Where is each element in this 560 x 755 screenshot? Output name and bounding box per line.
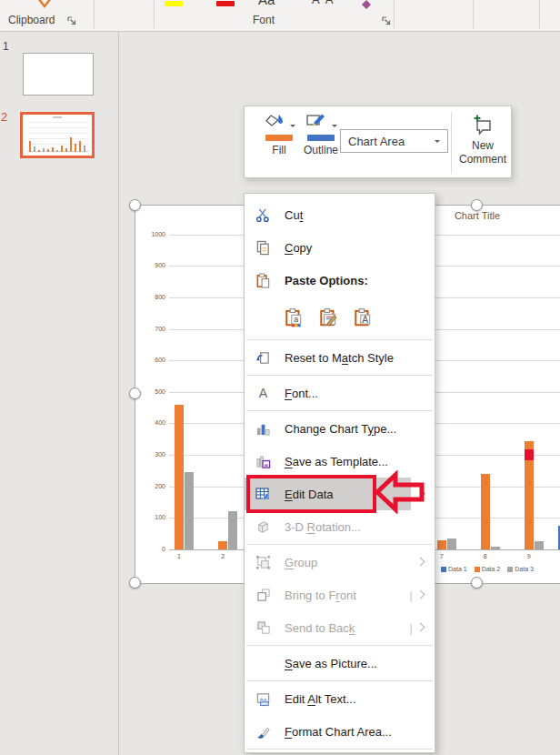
- 3d-rotation-icon: [254, 518, 272, 536]
- paste-options-icon: [254, 271, 272, 289]
- menu-item-paste-options[interactable]: Paste Options:: [245, 264, 435, 297]
- fill-dropdown-caret[interactable]: [290, 125, 295, 130]
- y-tick-label: 900: [135, 262, 165, 268]
- paste-options-row: aA: [245, 297, 435, 338]
- chart-resize-handle-mid-left[interactable]: [129, 388, 141, 399]
- menu-item-label: Change Chart Type...: [285, 422, 396, 436]
- ribbon-separator: [473, 0, 474, 28]
- menu-item-label: Group: [285, 556, 317, 569]
- svg-text:a: a: [294, 315, 298, 324]
- new-comment-label-line2: Comment: [459, 153, 506, 166]
- submenu-split-divider: |: [410, 589, 413, 602]
- thumb-bar: [34, 146, 35, 152]
- new-comment-icon: [472, 114, 494, 136]
- legend-swatch: [441, 567, 446, 572]
- legend-key-data1: Data 1: [441, 566, 467, 572]
- outline-button[interactable]: Outline: [301, 112, 341, 156]
- new-comment-button[interactable]: New Comment: [456, 114, 509, 166]
- chart-resize-handle-top-center[interactable]: [471, 199, 483, 211]
- y-tick-label: 1000: [135, 231, 165, 237]
- bar-data2-cat2: [218, 541, 227, 549]
- format-chart-area-icon: [254, 722, 272, 740]
- menu-item-cut[interactable]: Cut: [245, 198, 435, 231]
- text-highlight-color-button[interactable]: [165, 1, 183, 6]
- bar-data3-cat2: [228, 511, 237, 549]
- copy-icon: [254, 238, 272, 257]
- slide-2-thumbnail[interactable]: [20, 112, 95, 158]
- y-tick-label: 100: [135, 514, 165, 520]
- menu-item-label: Edit Data: [285, 488, 333, 501]
- font-color-button[interactable]: [216, 1, 235, 6]
- thumb-bar: [56, 150, 58, 152]
- format-painter-icon[interactable]: [36, 0, 53, 8]
- menu-item-3d-rotation: 3-D Rotation...: [245, 510, 435, 543]
- new-comment-label-line1: New: [472, 139, 494, 152]
- annotation-data-point-marker: [525, 449, 534, 460]
- menu-separator: [246, 410, 433, 411]
- y-tick-label: 0: [135, 546, 165, 552]
- font-group-label: Font: [253, 14, 275, 26]
- slide-1-thumbnail[interactable]: [23, 53, 94, 96]
- font-icon: A: [254, 384, 272, 402]
- bar-data3-cat8: [491, 547, 500, 549]
- thumb-bar: [52, 147, 54, 152]
- menu-item-label: Font...: [285, 387, 318, 400]
- menu-separator: [246, 544, 433, 545]
- menu-item-label: Save as Template...: [285, 455, 388, 468]
- menu-item-bring-to-front: Bring to Front|: [245, 579, 435, 611]
- powerpoint-window: Clipboard Aa AA Font 1 2: [0, 0, 560, 755]
- chart-element-selector[interactable]: Chart Area: [340, 129, 448, 153]
- font-size-buttons[interactable]: AA: [312, 0, 338, 6]
- change-case-icon[interactable]: Aa: [258, 0, 275, 7]
- menu-item-font[interactable]: AFont...: [245, 377, 435, 409]
- menu-separator: [246, 680, 433, 681]
- outline-dropdown-caret[interactable]: [332, 125, 337, 130]
- submenu-chevron-icon: [416, 489, 425, 498]
- menu-item-reset-style[interactable]: Reset to Match Style: [245, 341, 435, 374]
- thumb-bar: [29, 141, 31, 152]
- menu-item-change-chart-type[interactable]: Change Chart Type...: [245, 412, 435, 445]
- menu-item-copy[interactable]: Copy: [245, 231, 435, 264]
- menu-item-edit-alt-text[interactable]: Edit Alt Text...: [245, 682, 435, 715]
- bar-data2-cat7: [437, 540, 446, 549]
- paste-option-keep-text-only-button[interactable]: A: [352, 307, 374, 328]
- chart-resize-handle-bottom-center[interactable]: [471, 577, 483, 589]
- chart-resize-handle-bottom-left[interactable]: [129, 577, 141, 589]
- chart-legend[interactable]: Data 1Data 2Data 3: [441, 566, 534, 572]
- svg-text:A: A: [362, 315, 368, 325]
- paste-option-use-destination-theme-button[interactable]: a: [283, 307, 305, 328]
- paste-option-keep-source-formatting-button[interactable]: [317, 307, 339, 328]
- clipboard-group-label: Clipboard: [8, 14, 55, 26]
- thumb-chart-title: [53, 116, 62, 118]
- outline-label: Outline: [304, 144, 338, 156]
- chart-title[interactable]: Chart Title: [432, 210, 523, 221]
- menu-item-edit-data[interactable]: Edit Data: [245, 478, 435, 510]
- chart-resize-handle-top-left[interactable]: [129, 199, 141, 211]
- fill-button[interactable]: Fill: [257, 112, 301, 156]
- menu-item-label: Format Chart Area...: [285, 725, 392, 739]
- clipboard-dialog-launcher[interactable]: [66, 15, 77, 26]
- font-dialog-launcher[interactable]: [381, 15, 392, 26]
- thumb-bar: [47, 149, 49, 152]
- clear-formatting-icon[interactable]: [361, 0, 372, 9]
- legend-key-data3: Data 3: [507, 566, 534, 572]
- thumb-bar: [38, 150, 40, 152]
- menu-item-label: Save as Picture...: [285, 657, 377, 670]
- bring-to-front-icon: [254, 586, 272, 604]
- menu-item-save-template[interactable]: Save as Template...: [245, 445, 435, 478]
- x-tick-label: 1: [170, 553, 188, 559]
- menu-item-save-as-picture[interactable]: Save as Picture...: [245, 647, 435, 680]
- mini-toolbar: Fill Outline Chart Area New Co: [244, 106, 512, 178]
- menu-item-label: Edit Alt Text...: [285, 692, 356, 706]
- ribbon-separator: [94, 0, 95, 28]
- ribbon: Clipboard Aa AA Font: [0, 0, 560, 32]
- submenu-split-divider: |: [410, 621, 413, 635]
- menu-item-format-chart-area[interactable]: Format Chart Area...: [245, 715, 435, 748]
- menu-item-label: Bring to Front: [285, 589, 356, 602]
- thumb-bar: [75, 144, 76, 152]
- cut-icon: [254, 206, 272, 224]
- edit-data-icon: [254, 485, 272, 503]
- y-tick-label: 400: [135, 419, 165, 426]
- legend-swatch: [475, 567, 480, 572]
- menu-item-label: Send to Back: [285, 621, 355, 635]
